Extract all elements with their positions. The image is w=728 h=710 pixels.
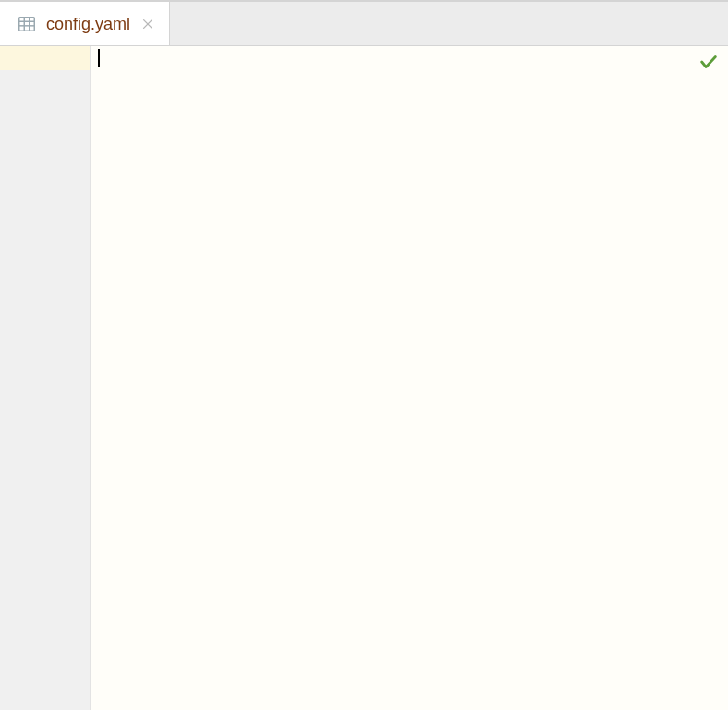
check-icon[interactable] <box>698 52 719 72</box>
editor-root: config.yaml <box>0 0 728 710</box>
tab-config-yaml[interactable]: config.yaml <box>0 2 170 45</box>
code-pane[interactable] <box>91 46 728 710</box>
editor-area <box>0 46 728 710</box>
text-caret <box>98 49 100 67</box>
svg-rect-0 <box>19 17 35 31</box>
tab-label: config.yaml <box>46 16 130 32</box>
gutter[interactable] <box>0 46 91 710</box>
tab-bar: config.yaml <box>0 2 728 46</box>
gutter-current-line <box>0 46 90 70</box>
table-file-icon <box>17 14 37 34</box>
current-line-highlight <box>91 46 728 70</box>
close-icon[interactable] <box>140 16 156 32</box>
